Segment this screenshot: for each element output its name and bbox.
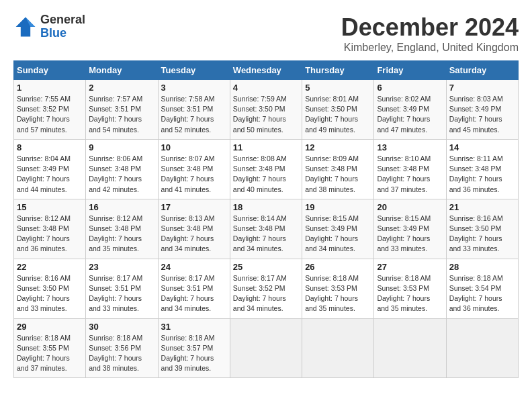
day-number: 9 — [89, 142, 154, 152]
calendar-cell: 21Sunrise: 8:16 AMSunset: 3:50 PMDayligh… — [446, 199, 518, 259]
calendar-cell: 3Sunrise: 7:58 AMSunset: 3:51 PMDaylight… — [158, 80, 230, 140]
calendar-cell: 8Sunrise: 8:04 AMSunset: 3:49 PMDaylight… — [14, 139, 86, 199]
cell-info: Sunrise: 8:17 AMSunset: 3:51 PMDaylight:… — [89, 273, 154, 314]
cell-info: Sunrise: 7:55 AMSunset: 3:52 PMDaylight:… — [17, 94, 83, 135]
cell-info: Sunrise: 8:18 AMSunset: 3:56 PMDaylight:… — [89, 333, 154, 374]
calendar-cell: 16Sunrise: 8:12 AMSunset: 3:48 PMDayligh… — [86, 199, 158, 259]
cell-info: Sunrise: 8:03 AMSunset: 3:49 PMDaylight:… — [449, 94, 515, 135]
calendar-week-2: 8Sunrise: 8:04 AMSunset: 3:49 PMDaylight… — [14, 139, 519, 199]
calendar-title: December 2024 — [341, 13, 519, 42]
cell-info: Sunrise: 8:18 AMSunset: 3:53 PMDaylight:… — [305, 273, 371, 314]
logo-blue: Blue — [40, 27, 85, 40]
calendar-cell: 2Sunrise: 7:57 AMSunset: 3:51 PMDaylight… — [86, 80, 158, 140]
calendar-cell: 13Sunrise: 8:10 AMSunset: 3:48 PMDayligh… — [374, 139, 446, 199]
day-header-saturday: Saturday — [446, 61, 518, 80]
cell-info: Sunrise: 8:16 AMSunset: 3:50 PMDaylight:… — [449, 214, 515, 255]
calendar-cell: 6Sunrise: 8:02 AMSunset: 3:49 PMDaylight… — [374, 80, 446, 140]
day-number: 30 — [89, 322, 154, 332]
day-number: 5 — [305, 83, 371, 93]
calendar-week-1: 1Sunrise: 7:55 AMSunset: 3:52 PMDaylight… — [14, 80, 519, 140]
calendar-cell: 29Sunrise: 8:18 AMSunset: 3:55 PMDayligh… — [14, 318, 86, 378]
cell-info: Sunrise: 7:59 AMSunset: 3:50 PMDaylight:… — [233, 94, 299, 135]
cell-info: Sunrise: 8:11 AMSunset: 3:48 PMDaylight:… — [449, 154, 515, 195]
cell-info: Sunrise: 8:01 AMSunset: 3:50 PMDaylight:… — [305, 94, 371, 135]
calendar-cell: 18Sunrise: 8:14 AMSunset: 3:48 PMDayligh… — [230, 199, 302, 259]
day-header-sunday: Sunday — [14, 61, 86, 80]
cell-info: Sunrise: 8:18 AMSunset: 3:54 PMDaylight:… — [449, 273, 515, 314]
calendar-cell: 27Sunrise: 8:18 AMSunset: 3:53 PMDayligh… — [374, 259, 446, 318]
cell-info: Sunrise: 8:18 AMSunset: 3:55 PMDaylight:… — [17, 333, 83, 374]
calendar-cell: 1Sunrise: 7:55 AMSunset: 3:52 PMDaylight… — [14, 80, 86, 140]
cell-info: Sunrise: 8:07 AMSunset: 3:48 PMDaylight:… — [161, 154, 227, 195]
calendar-cell: 7Sunrise: 8:03 AMSunset: 3:49 PMDaylight… — [446, 80, 518, 140]
cell-info: Sunrise: 8:08 AMSunset: 3:48 PMDaylight:… — [233, 154, 299, 195]
calendar-cell: 23Sunrise: 8:17 AMSunset: 3:51 PMDayligh… — [86, 259, 158, 318]
day-number: 16 — [89, 202, 154, 212]
day-number: 13 — [377, 142, 443, 152]
day-number: 8 — [17, 142, 83, 152]
cell-info: Sunrise: 7:57 AMSunset: 3:51 PMDaylight:… — [89, 94, 154, 135]
calendar-table: SundayMondayTuesdayWednesdayThursdayFrid… — [13, 60, 519, 378]
day-number: 24 — [161, 262, 227, 272]
day-number: 1 — [17, 83, 83, 93]
cell-info: Sunrise: 7:58 AMSunset: 3:51 PMDaylight:… — [161, 94, 227, 135]
day-header-wednesday: Wednesday — [230, 61, 302, 80]
calendar-cell: 15Sunrise: 8:12 AMSunset: 3:48 PMDayligh… — [14, 199, 86, 259]
day-number: 3 — [161, 83, 227, 93]
header-row: SundayMondayTuesdayWednesdayThursdayFrid… — [14, 61, 519, 80]
calendar-cell — [446, 318, 518, 378]
cell-info: Sunrise: 8:12 AMSunset: 3:48 PMDaylight:… — [89, 214, 154, 255]
day-header-tuesday: Tuesday — [158, 61, 230, 80]
calendar-cell — [230, 318, 302, 378]
day-number: 23 — [89, 262, 154, 272]
cell-info: Sunrise: 8:04 AMSunset: 3:49 PMDaylight:… — [17, 154, 83, 195]
cell-info: Sunrise: 8:10 AMSunset: 3:48 PMDaylight:… — [377, 154, 443, 195]
day-header-monday: Monday — [86, 61, 158, 80]
calendar-cell: 31Sunrise: 8:18 AMSunset: 3:57 PMDayligh… — [158, 318, 230, 378]
calendar-subtitle: Kimberley, England, United Kingdom — [341, 42, 519, 54]
day-number: 22 — [17, 262, 83, 272]
cell-info: Sunrise: 8:18 AMSunset: 3:53 PMDaylight:… — [377, 273, 443, 314]
calendar-cell: 17Sunrise: 8:13 AMSunset: 3:48 PMDayligh… — [158, 199, 230, 259]
day-number: 29 — [17, 322, 83, 332]
logo-icon — [13, 15, 38, 39]
day-number: 27 — [377, 262, 443, 272]
calendar-cell: 9Sunrise: 8:06 AMSunset: 3:48 PMDaylight… — [86, 139, 158, 199]
calendar-week-4: 22Sunrise: 8:16 AMSunset: 3:50 PMDayligh… — [14, 259, 519, 318]
cell-info: Sunrise: 8:17 AMSunset: 3:51 PMDaylight:… — [161, 273, 227, 314]
calendar-cell: 20Sunrise: 8:15 AMSunset: 3:49 PMDayligh… — [374, 199, 446, 259]
calendar-cell: 28Sunrise: 8:18 AMSunset: 3:54 PMDayligh… — [446, 259, 518, 318]
day-number: 11 — [233, 142, 299, 152]
day-number: 25 — [233, 262, 299, 272]
cell-info: Sunrise: 8:06 AMSunset: 3:48 PMDaylight:… — [89, 154, 154, 195]
cell-info: Sunrise: 8:02 AMSunset: 3:49 PMDaylight:… — [377, 94, 443, 135]
calendar-cell: 12Sunrise: 8:09 AMSunset: 3:48 PMDayligh… — [302, 139, 374, 199]
logo-general: General — [40, 13, 85, 27]
cell-info: Sunrise: 8:09 AMSunset: 3:48 PMDaylight:… — [305, 154, 371, 195]
calendar-cell: 4Sunrise: 7:59 AMSunset: 3:50 PMDaylight… — [230, 80, 302, 140]
header-area: General Blue December 2024 Kimberley, En… — [13, 13, 519, 54]
day-number: 10 — [161, 142, 227, 152]
calendar-cell: 22Sunrise: 8:16 AMSunset: 3:50 PMDayligh… — [14, 259, 86, 318]
cell-info: Sunrise: 8:18 AMSunset: 3:57 PMDaylight:… — [161, 333, 227, 374]
day-header-friday: Friday — [374, 61, 446, 80]
calendar-cell — [302, 318, 374, 378]
cell-info: Sunrise: 8:17 AMSunset: 3:52 PMDaylight:… — [233, 273, 299, 314]
calendar-cell: 5Sunrise: 8:01 AMSunset: 3:50 PMDaylight… — [302, 80, 374, 140]
calendar-cell: 26Sunrise: 8:18 AMSunset: 3:53 PMDayligh… — [302, 259, 374, 318]
calendar-cell: 10Sunrise: 8:07 AMSunset: 3:48 PMDayligh… — [158, 139, 230, 199]
calendar-cell: 14Sunrise: 8:11 AMSunset: 3:48 PMDayligh… — [446, 139, 518, 199]
day-number: 14 — [449, 142, 515, 152]
cell-info: Sunrise: 8:15 AMSunset: 3:49 PMDaylight:… — [377, 214, 443, 255]
calendar-cell: 24Sunrise: 8:17 AMSunset: 3:51 PMDayligh… — [158, 259, 230, 318]
day-number: 7 — [449, 83, 515, 93]
title-area: December 2024 Kimberley, England, United… — [341, 13, 519, 54]
cell-info: Sunrise: 8:12 AMSunset: 3:48 PMDaylight:… — [17, 214, 83, 255]
calendar-week-5: 29Sunrise: 8:18 AMSunset: 3:55 PMDayligh… — [14, 318, 519, 378]
calendar-cell: 11Sunrise: 8:08 AMSunset: 3:48 PMDayligh… — [230, 139, 302, 199]
day-number: 21 — [449, 202, 515, 212]
calendar-cell: 30Sunrise: 8:18 AMSunset: 3:56 PMDayligh… — [86, 318, 158, 378]
day-number: 12 — [305, 142, 371, 152]
calendar-week-3: 15Sunrise: 8:12 AMSunset: 3:48 PMDayligh… — [14, 199, 519, 259]
day-number: 4 — [233, 83, 299, 93]
